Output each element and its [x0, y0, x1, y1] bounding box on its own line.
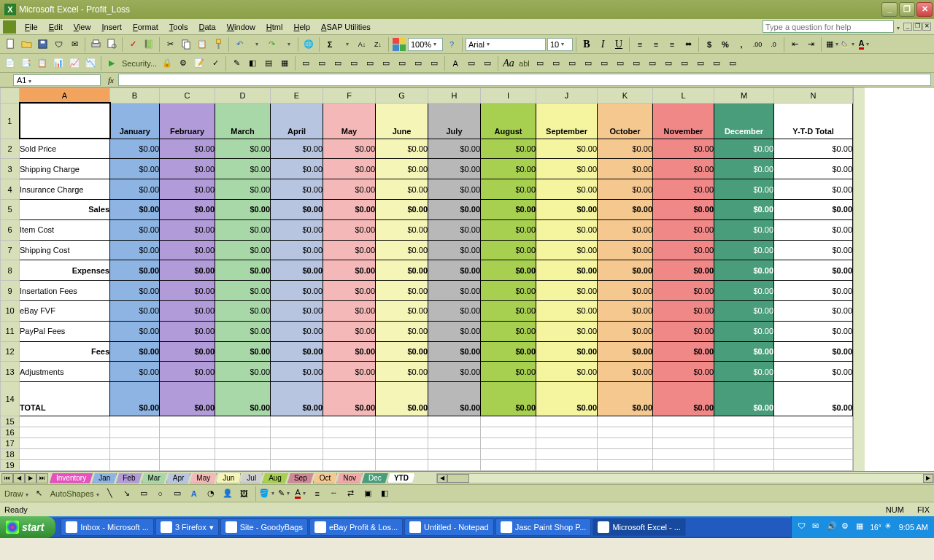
cell[interactable]: $0.00: [598, 159, 653, 179]
cell-header-November[interactable]: November: [653, 103, 714, 139]
cell[interactable]: $0.00: [714, 382, 774, 416]
tray-icon[interactable]: ✉: [812, 521, 824, 533]
cell[interactable]: $0.00: [110, 199, 160, 219]
tray-icon[interactable]: ⚙: [841, 521, 853, 533]
new-button[interactable]: [3, 37, 18, 52]
cell[interactable]: $0.00: [160, 341, 215, 362]
cell[interactable]: [653, 448, 714, 459]
cell[interactable]: $0.00: [160, 382, 215, 416]
row-label[interactable]: Sold Price: [20, 139, 110, 159]
copy-button[interactable]: [179, 37, 193, 52]
cell[interactable]: $0.00: [598, 382, 653, 416]
cell[interactable]: [714, 427, 774, 438]
menu-help[interactable]: Help: [288, 21, 315, 33]
paste-button[interactable]: 📋: [195, 37, 209, 52]
cell[interactable]: $0.00: [653, 382, 714, 416]
textbox-button[interactable]: ▭: [170, 486, 185, 501]
cell[interactable]: [160, 427, 215, 438]
picture-button[interactable]: 🖼: [237, 486, 252, 501]
cell[interactable]: $0.00: [428, 179, 481, 200]
cell[interactable]: $0.00: [714, 240, 774, 260]
cell[interactable]: $0.00: [598, 179, 653, 200]
cell[interactable]: $0.00: [110, 301, 160, 322]
cell[interactable]: $0.00: [323, 179, 376, 200]
cell[interactable]: $0.00: [714, 321, 774, 341]
cell[interactable]: $0.00: [323, 159, 376, 179]
row-header-15[interactable]: 15: [1, 416, 20, 427]
row-header-3[interactable]: 3: [1, 159, 20, 179]
row-header-12[interactable]: 12: [1, 341, 20, 362]
cell[interactable]: $0.00: [536, 199, 598, 219]
cell[interactable]: $0.00: [110, 382, 160, 416]
tb2-d7[interactable]: ▭: [629, 56, 644, 71]
col-header-E[interactable]: E: [271, 88, 323, 104]
tb2-d5[interactable]: ▭: [597, 56, 611, 71]
tb2-b4[interactable]: ▭: [347, 56, 361, 71]
cell[interactable]: $0.00: [714, 159, 774, 179]
autoshapes-menu[interactable]: AutoShapes: [49, 489, 101, 498]
increase-indent-button[interactable]: ⇥: [803, 37, 818, 52]
font-combo[interactable]: Arial: [466, 38, 546, 51]
cell[interactable]: [428, 416, 481, 427]
cell[interactable]: $0.00: [481, 382, 536, 416]
arrow-style-button[interactable]: ⇄: [344, 486, 358, 501]
cell[interactable]: $0.00: [714, 260, 774, 281]
tb2-sec3[interactable]: 📝: [192, 56, 207, 71]
cell[interactable]: [160, 416, 215, 427]
cell[interactable]: $0.00: [428, 382, 481, 416]
cell[interactable]: $0.00: [376, 321, 428, 341]
cell[interactable]: $0.00: [215, 179, 271, 200]
redo-button[interactable]: ↷: [264, 37, 279, 52]
cell[interactable]: $0.00: [653, 240, 714, 260]
row-header-7[interactable]: 7: [1, 240, 20, 260]
menu-window[interactable]: Window: [222, 21, 260, 33]
menu-insert[interactable]: Insert: [96, 21, 127, 33]
cell[interactable]: $0.00: [376, 260, 428, 281]
cell[interactable]: $0.00: [323, 341, 376, 362]
col-header-D[interactable]: D: [215, 88, 271, 104]
autosum-dropdown[interactable]: [339, 37, 353, 52]
cell[interactable]: $0.00: [271, 199, 323, 219]
tb2-c1[interactable]: A: [448, 56, 463, 71]
cell[interactable]: $0.00: [598, 199, 653, 219]
cell[interactable]: $0.00: [714, 219, 774, 240]
cell[interactable]: $0.00: [653, 301, 714, 322]
cell[interactable]: $0.00: [428, 240, 481, 260]
tb2-a4[interactable]: ▦: [277, 56, 292, 71]
cell[interactable]: $0.00: [271, 179, 323, 200]
cell[interactable]: $0.00: [481, 219, 536, 240]
tb2-b8[interactable]: ▭: [411, 56, 425, 71]
cell[interactable]: [481, 459, 536, 470]
cell[interactable]: $0.00: [110, 179, 160, 200]
cell[interactable]: $0.00: [653, 139, 714, 159]
taskbar-item[interactable]: eBay Profit & Los...: [309, 518, 403, 536]
fill-color-draw-button[interactable]: 🪣: [260, 486, 274, 501]
fx-icon[interactable]: fx: [108, 76, 114, 85]
tb2-d2[interactable]: ▭: [549, 56, 563, 71]
cell[interactable]: $0.00: [653, 219, 714, 240]
cell[interactable]: [20, 448, 110, 459]
cell-header-July[interactable]: July: [428, 103, 481, 139]
taskbar-item[interactable]: 3 Firefox▾: [155, 518, 219, 536]
tb2-a3[interactable]: ▤: [261, 56, 276, 71]
research-button[interactable]: 📗: [142, 37, 156, 52]
cell[interactable]: $0.00: [536, 341, 598, 362]
cell[interactable]: $0.00: [110, 321, 160, 341]
cell[interactable]: [271, 448, 323, 459]
currency-button[interactable]: $: [702, 37, 717, 52]
cell[interactable]: $0.00: [536, 382, 598, 416]
cell[interactable]: $0.00: [376, 362, 428, 382]
doc-close-button[interactable]: ✕: [922, 23, 931, 31]
cell[interactable]: $0.00: [160, 240, 215, 260]
cell[interactable]: [428, 448, 481, 459]
cell[interactable]: $0.00: [536, 301, 598, 322]
cell[interactable]: $0.00: [215, 199, 271, 219]
line-style-button[interactable]: ≡: [310, 486, 325, 501]
undo-button[interactable]: ↶: [232, 37, 247, 52]
cell[interactable]: $0.00: [774, 179, 853, 200]
cell[interactable]: $0.00: [481, 362, 536, 382]
row-header-16[interactable]: 16: [1, 427, 20, 438]
cell[interactable]: [774, 459, 853, 470]
col-header-J[interactable]: J: [536, 88, 598, 104]
col-header-F[interactable]: F: [323, 88, 376, 104]
